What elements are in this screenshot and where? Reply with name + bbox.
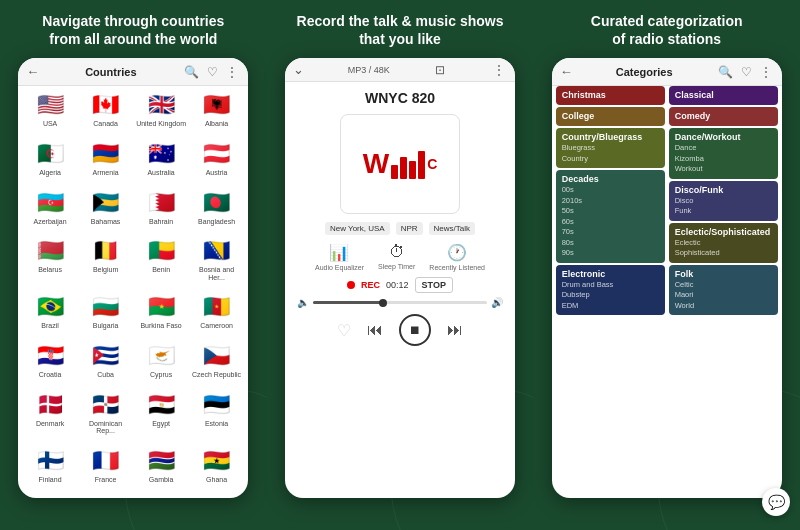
category-header: Decades — [562, 174, 659, 184]
chat-bubble-button[interactable]: 💬 — [762, 488, 790, 516]
progress-thumb[interactable] — [379, 299, 387, 307]
prev-button[interactable]: ⏮ — [367, 321, 383, 339]
categories-favorite-icon[interactable]: ♡ — [739, 65, 754, 79]
progress-bar[interactable]: 🔈 🔊 — [293, 297, 507, 308]
country-item[interactable]: 🇧🇸Bahamas — [80, 190, 132, 235]
next-button[interactable]: ⏭ — [447, 321, 463, 339]
sleep-timer-label: Sleep Timer — [378, 263, 415, 270]
country-item[interactable]: 🇦🇺Australia — [135, 141, 187, 186]
flag-emoji: 🇧🇦 — [199, 238, 235, 264]
more-icon[interactable]: ⋮ — [224, 65, 240, 79]
country-item[interactable]: 🇨🇿Czech Republic — [191, 343, 243, 388]
player-more-icon[interactable]: ⋮ — [491, 63, 507, 77]
flag-emoji: 🇩🇿 — [32, 141, 68, 167]
country-item[interactable]: 🇧🇾Belarus — [24, 238, 76, 290]
flag-emoji: 🇦🇿 — [32, 190, 68, 216]
country-item[interactable]: 🇨🇺Cuba — [80, 343, 132, 388]
country-name: Cameroon — [200, 322, 233, 330]
panel-categories-title: Curated categorization of radio stations — [591, 12, 743, 48]
country-name: Armenia — [93, 169, 119, 177]
stop-recording-button[interactable]: STOP — [415, 277, 453, 293]
flag-emoji: 🇦🇺 — [143, 141, 179, 167]
country-item[interactable]: 🇭🇷Croatia — [24, 343, 76, 388]
country-name: Croatia — [39, 371, 62, 379]
country-item[interactable]: 🇧🇯Benin — [135, 238, 187, 290]
country-item[interactable]: 🇧🇭Bahrain — [135, 190, 187, 235]
flag-emoji: 🇫🇮 — [32, 448, 68, 474]
category-card[interactable]: Country/BluegrassBluegrassCountry — [556, 128, 665, 168]
equalizer-label: Audio Equalizer — [315, 264, 364, 271]
country-item[interactable]: 🇧🇷Brazil — [24, 294, 76, 339]
category-card[interactable]: FolkCelticMaoriWorld — [669, 265, 778, 316]
country-name: United Kingdom — [136, 120, 186, 128]
categories-more-icon[interactable]: ⋮ — [758, 65, 774, 79]
category-subs: CelticMaoriWorld — [675, 280, 772, 312]
categories-search-icon[interactable]: 🔍 — [716, 65, 735, 79]
country-name: Cuba — [97, 371, 114, 379]
category-card[interactable]: Eclectic/SophisticatedEclecticSophistica… — [669, 223, 778, 263]
category-header: Classical — [675, 90, 772, 100]
stop-button[interactable]: ⏹ — [399, 314, 431, 346]
country-item[interactable]: 🇪🇪Estonia — [191, 392, 243, 444]
sleep-timer-icon: ⏱ — [389, 243, 405, 261]
panel-player-title: Record the talk & music shows that you l… — [297, 12, 504, 48]
recently-listened-button[interactable]: 🕐 Recently Listened — [429, 243, 485, 271]
categories-back-icon[interactable]: ← — [560, 64, 573, 79]
country-item[interactable]: 🇨🇲Cameroon — [191, 294, 243, 339]
country-item[interactable]: 🇧🇬Bulgaria — [80, 294, 132, 339]
category-header: Eclectic/Sophisticated — [675, 227, 772, 237]
search-icon[interactable]: 🔍 — [182, 65, 201, 79]
heart-button[interactable]: ♡ — [337, 321, 351, 340]
category-header: Electronic — [562, 269, 659, 279]
flag-emoji: 🇧🇪 — [88, 238, 124, 264]
country-item[interactable]: 🇦🇲Armenia — [80, 141, 132, 186]
station-name: WNYC 820 — [365, 90, 435, 106]
country-item[interactable]: 🇧🇦Bosnia and Her... — [191, 238, 243, 290]
country-item[interactable]: 🇫🇷France — [80, 448, 132, 493]
country-item[interactable]: 🇫🇮Finland — [24, 448, 76, 493]
category-card[interactable]: Disco/FunkDiscoFunk — [669, 181, 778, 221]
category-card[interactable]: Decades00s2010s50s60s70s80s90s — [556, 170, 665, 263]
category-card[interactable]: Classical — [669, 86, 778, 105]
country-item[interactable]: 🇧🇪Belgium — [80, 238, 132, 290]
favorite-icon[interactable]: ♡ — [205, 65, 220, 79]
country-item[interactable]: 🇬🇭Ghana — [191, 448, 243, 493]
back-icon[interactable]: ← — [26, 64, 39, 79]
country-item[interactable]: 🇺🇸USA — [24, 92, 76, 137]
category-card[interactable]: Comedy — [669, 107, 778, 126]
country-item[interactable]: 🇬🇧United Kingdom — [135, 92, 187, 137]
country-name: Albania — [205, 120, 228, 128]
player-down-icon[interactable]: ⌄ — [293, 62, 304, 77]
country-name: Finland — [39, 476, 62, 484]
category-card[interactable]: College — [556, 107, 665, 126]
country-item[interactable]: 🇦🇱Albania — [191, 92, 243, 137]
country-item[interactable]: 🇩🇰Denmark — [24, 392, 76, 444]
progress-track[interactable] — [313, 301, 487, 304]
flag-emoji: 🇨🇲 — [199, 294, 235, 320]
category-card[interactable]: Dance/WorkoutDanceKizombaWorkout — [669, 128, 778, 179]
country-item[interactable]: 🇦🇿Azerbaijan — [24, 190, 76, 235]
category-card[interactable]: ElectronicDrum and BassDubstepEDM — [556, 265, 665, 316]
flag-emoji: 🇦🇱 — [199, 92, 235, 118]
country-item[interactable]: 🇩🇴Dominican Rep... — [80, 392, 132, 444]
country-item[interactable]: 🇨🇦Canada — [80, 92, 132, 137]
flag-emoji: 🇩🇰 — [32, 392, 68, 418]
country-item[interactable]: 🇬🇲Gambia — [135, 448, 187, 493]
country-name: Ghana — [206, 476, 227, 484]
categories-topbar: ← Categories 🔍 ♡ ⋮ — [552, 58, 782, 86]
country-item[interactable]: 🇪🇬Egypt — [135, 392, 187, 444]
country-item[interactable]: 🇦🇹Austria — [191, 141, 243, 186]
country-item[interactable]: 🇩🇿Algeria — [24, 141, 76, 186]
category-subs: 00s2010s50s60s70s80s90s — [562, 185, 659, 259]
country-item[interactable]: 🇧🇫Burkina Faso — [135, 294, 187, 339]
bar-3 — [409, 161, 416, 179]
wnyc-c-letter: C — [427, 156, 437, 172]
flag-emoji: 🇨🇺 — [88, 343, 124, 369]
equalizer-button[interactable]: 📊 Audio Equalizer — [315, 243, 364, 271]
player-topbar: ⌄ MP3 / 48K ⊡ ⋮ — [285, 58, 515, 82]
country-item[interactable]: 🇧🇩Bangladesh — [191, 190, 243, 235]
category-card[interactable]: Christmas — [556, 86, 665, 105]
cast-icon[interactable]: ⊡ — [433, 63, 447, 77]
country-item[interactable]: 🇨🇾Cyprus — [135, 343, 187, 388]
sleep-timer-button[interactable]: ⏱ Sleep Timer — [378, 243, 415, 271]
